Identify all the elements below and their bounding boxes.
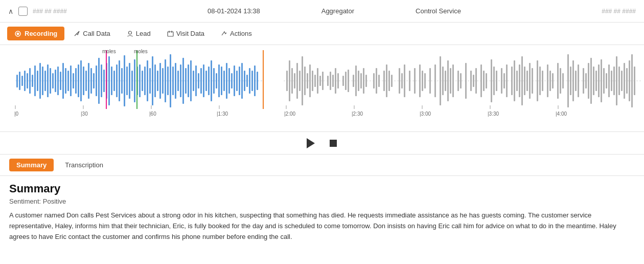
svg-rect-36 [90, 68, 92, 94]
waveform-svg: |0 |30 |60 |1:30 |2:00 |2:30 |3:00 |3:30… [0, 45, 644, 117]
call-icon [74, 30, 80, 37]
svg-text:|3:30: |3:30 [488, 111, 499, 117]
svg-rect-125 [337, 73, 339, 89]
svg-rect-182 [537, 60, 538, 101]
tab-visit-data[interactable]: Visit Data [160, 27, 212, 40]
svg-rect-18 [44, 71, 46, 91]
svg-text:|30: |30 [81, 111, 88, 117]
svg-text:|60: |60 [149, 111, 156, 117]
svg-rect-167 [491, 59, 492, 102]
svg-rect-90 [228, 68, 230, 94]
actions-icon [221, 30, 227, 37]
top-bar: ∧ ### ## #### 08-01-2024 13:38 Aggregato… [0, 0, 644, 23]
svg-text:|2:30: |2:30 [352, 111, 363, 117]
checkbox-icon[interactable] [18, 7, 28, 16]
svg-text:|3:00: |3:00 [420, 111, 431, 117]
id-right: ### ## #### [602, 8, 636, 15]
svg-rect-4 [168, 32, 173, 36]
tab-bar: Recording Call Data Lead Visit Data Acti… [0, 23, 644, 45]
svg-rect-30 [75, 68, 77, 94]
id-left: ### ## #### [33, 8, 67, 15]
svg-rect-159 [460, 73, 462, 89]
svg-rect-196 [583, 68, 584, 94]
svg-rect-172 [506, 64, 508, 97]
subtab-summary[interactable]: Summary [9, 159, 54, 171]
svg-rect-120 [322, 72, 324, 90]
stop-icon [330, 140, 337, 147]
top-bar-center: 08-01-2024 13:38 Aggregator Control Serv… [79, 7, 590, 15]
svg-text:moles: moles [102, 49, 116, 54]
svg-rect-146 [414, 68, 416, 94]
subtab-bar: Summary Transcription [0, 155, 644, 176]
svg-marker-2 [75, 31, 79, 36]
play-button[interactable] [304, 136, 318, 150]
svg-rect-142 [399, 68, 400, 94]
svg-text:|1:30: |1:30 [217, 111, 228, 117]
svg-rect-191 [567, 54, 569, 107]
svg-rect-138 [383, 71, 385, 91]
svg-rect-202 [598, 64, 600, 97]
svg-rect-96 [244, 71, 245, 91]
play-icon [307, 138, 315, 148]
summary-text: A customer named Don calls Pest Services… [9, 210, 635, 242]
lead-icon [127, 30, 133, 37]
recording-icon [14, 30, 21, 37]
collapse-icon[interactable]: ∧ [8, 7, 13, 15]
svg-rect-177 [521, 56, 523, 105]
svg-rect-24 [60, 72, 61, 90]
svg-point-3 [128, 31, 131, 34]
visit-icon [167, 30, 174, 37]
svg-rect-154 [445, 71, 446, 91]
svg-text:|0: |0 [14, 111, 19, 117]
svg-rect-108 [291, 68, 293, 94]
datetime-label: 08-01-2024 13:38 [208, 7, 260, 15]
stop-button[interactable] [326, 136, 340, 150]
tab-actions[interactable]: Actions [214, 27, 259, 40]
summary-sentiment: Sentiment: Positive [9, 197, 635, 205]
svg-rect-78 [198, 73, 199, 89]
aggregator-label: Aggregator [321, 7, 354, 15]
svg-rect-114 [307, 73, 308, 89]
svg-rect-12 [29, 68, 31, 94]
tab-recording[interactable]: Recording [7, 27, 64, 40]
svg-rect-214 [629, 60, 630, 101]
svg-text:moles: moles [134, 49, 148, 54]
svg-rect-72 [182, 58, 184, 104]
playback-controls [0, 132, 644, 155]
summary-title: Summary [9, 182, 635, 195]
svg-text:|2:00: |2:00 [284, 111, 295, 117]
waveform-container[interactable]: |0 |30 |60 |1:30 |2:00 |2:30 |3:00 |3:30… [0, 45, 644, 132]
svg-rect-84 [213, 68, 215, 94]
subtab-transcription[interactable]: Transcription [58, 159, 110, 171]
svg-rect-150 [429, 68, 431, 94]
svg-point-1 [17, 32, 19, 35]
svg-rect-60 [152, 56, 153, 105]
summary-section: Summary Sentiment: Positive A customer n… [0, 176, 644, 248]
top-bar-left: ∧ ### ## #### [8, 7, 67, 16]
svg-rect-208 [613, 67, 615, 95]
tab-call-data[interactable]: Call Data [66, 27, 117, 40]
svg-rect-66 [167, 67, 169, 95]
service-label: Control Service [416, 7, 461, 15]
svg-rect-163 [475, 68, 477, 94]
svg-rect-129 [353, 75, 354, 87]
tab-lead[interactable]: Lead [120, 27, 158, 40]
svg-rect-187 [552, 73, 554, 89]
svg-rect-48 [121, 68, 123, 94]
svg-text:|4:00: |4:00 [556, 111, 567, 117]
